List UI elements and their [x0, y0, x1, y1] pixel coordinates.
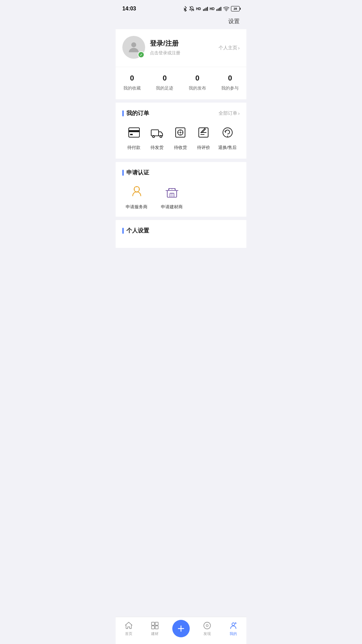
mute-icon: [189, 6, 194, 11]
personal-settings-header: 个人设置: [122, 227, 240, 234]
avatar-container[interactable]: [122, 36, 145, 59]
nav-label-mine: 我的: [230, 631, 237, 636]
certification-grid: 申请服务商 申请建材商: [122, 183, 240, 210]
signal-icon-1: [203, 6, 208, 11]
signal-icon-2: [216, 6, 222, 11]
order-item-returns[interactable]: 退换/售后: [218, 124, 237, 151]
svg-rect-30: [152, 622, 155, 625]
materials-merchant-icon: [163, 183, 181, 201]
svg-rect-12: [129, 130, 139, 132]
all-orders-arrow: ›: [238, 111, 240, 116]
certification-title: 申请认证: [122, 169, 149, 176]
svg-point-16: [160, 136, 162, 138]
svg-rect-33: [155, 626, 158, 629]
nav-item-home[interactable]: 首页: [116, 621, 142, 636]
cert-item-materials[interactable]: 申请建材商: [161, 183, 183, 210]
svg-point-28: [172, 189, 172, 190]
service-provider-label: 申请服务商: [126, 204, 147, 210]
settings-button[interactable]: 设置: [228, 17, 240, 25]
orders-title-text: 我的订单: [126, 109, 149, 117]
svg-rect-14: [151, 130, 159, 136]
bluetooth-icon: [183, 6, 187, 11]
add-button[interactable]: [172, 620, 190, 637]
svg-rect-32: [152, 626, 155, 629]
svg-rect-5: [217, 9, 217, 11]
status-bar: 14:03 HD HD: [116, 0, 246, 16]
svg-rect-11: [129, 128, 139, 137]
order-item-pending-receipt[interactable]: 待收货: [172, 124, 189, 151]
materials-merchant-label: 申请建材商: [161, 204, 183, 210]
pending-receipt-label: 待收货: [174, 145, 187, 151]
order-item-pending-shipment[interactable]: 待发货: [148, 124, 166, 151]
orders-header: 我的订单 全部订单 ›: [122, 109, 240, 117]
battery-icon: 28: [231, 6, 240, 11]
nav-label-discover: 发现: [203, 631, 211, 636]
verified-badge: [138, 51, 144, 58]
home-icon: [124, 621, 133, 630]
nav-item-discover[interactable]: 发现: [194, 621, 220, 636]
stat-footprints[interactable]: 0 我的足迹: [156, 74, 173, 91]
svg-rect-7: [219, 8, 220, 11]
stat-favorites[interactable]: 0 我的收藏: [123, 74, 141, 91]
all-orders-link[interactable]: 全部订单 ›: [219, 110, 240, 116]
profile-link-arrow: ›: [238, 45, 240, 51]
hd-label-2: HD: [210, 7, 215, 11]
personal-settings-section: 个人设置: [116, 220, 246, 248]
pending-payment-icon: [125, 124, 143, 141]
status-icons: HD HD 28: [183, 6, 240, 11]
stat-posts[interactable]: 0 我的发布: [189, 74, 206, 91]
nav-label-home: 首页: [125, 631, 132, 636]
svg-rect-8: [221, 7, 221, 11]
materials-icon: [150, 621, 159, 630]
certification-title-text: 申请认证: [126, 169, 149, 176]
cert-title-bar: [122, 170, 124, 176]
nav-item-materials[interactable]: 建材: [142, 621, 168, 636]
nav-item-add[interactable]: [168, 620, 194, 637]
personal-settings-title-text: 个人设置: [126, 227, 149, 234]
top-header: 设置: [116, 16, 246, 29]
orders-section: 我的订单 全部订单 › 待付款: [116, 103, 246, 159]
nav-item-mine[interactable]: 我的: [220, 621, 246, 636]
profile-link[interactable]: 个人主页 ›: [219, 45, 240, 51]
stats-section: 0 我的收藏 0 我的足迹 0 我的发布 0 我的参与: [116, 67, 246, 99]
profile-link-label: 个人主页: [219, 45, 237, 51]
profile-section: 登录/注册 点击登录或注册 个人主页 ›: [116, 29, 246, 67]
svg-point-19: [180, 132, 181, 133]
discover-icon: [203, 621, 212, 630]
certification-header: 申请认证: [122, 169, 240, 176]
stat-participation[interactable]: 0 我的参与: [221, 74, 239, 91]
certification-section: 申请认证 申请服务商: [116, 162, 246, 217]
svg-rect-3: [205, 8, 206, 11]
all-orders-label: 全部订单: [219, 110, 237, 116]
order-item-pending-review[interactable]: 待评价: [195, 124, 212, 151]
svg-point-10: [131, 42, 136, 47]
order-grid: 待付款 待发货: [122, 124, 240, 152]
personal-settings-title-bar: [122, 228, 124, 234]
svg-point-15: [153, 136, 155, 138]
stat-favorites-label: 我的收藏: [123, 85, 141, 91]
service-provider-icon: [128, 183, 145, 201]
stat-footprints-label: 我的足迹: [156, 85, 173, 91]
orders-title-bar: [122, 110, 124, 116]
returns-label: 退换/售后: [218, 145, 237, 151]
svg-rect-4: [207, 7, 207, 11]
svg-rect-2: [204, 8, 205, 11]
stat-posts-label: 我的发布: [189, 85, 206, 91]
hd-label: HD: [196, 7, 201, 11]
svg-point-37: [206, 625, 208, 627]
personal-settings-title: 个人设置: [122, 227, 149, 234]
svg-point-27: [169, 189, 170, 190]
svg-point-39: [235, 622, 237, 624]
order-item-pending-payment[interactable]: 待付款: [125, 124, 143, 151]
mine-icon: [229, 621, 238, 630]
svg-point-22: [227, 136, 228, 137]
pending-receipt-icon: [172, 124, 189, 141]
stat-favorites-count: 0: [130, 74, 134, 83]
pending-review-icon: [195, 124, 212, 141]
pending-payment-label: 待付款: [127, 145, 140, 151]
status-time: 14:03: [122, 6, 136, 12]
stat-footprints-count: 0: [163, 74, 167, 83]
svg-rect-31: [155, 622, 158, 625]
wifi-icon: [223, 6, 229, 11]
cert-item-service[interactable]: 申请服务商: [126, 183, 147, 210]
